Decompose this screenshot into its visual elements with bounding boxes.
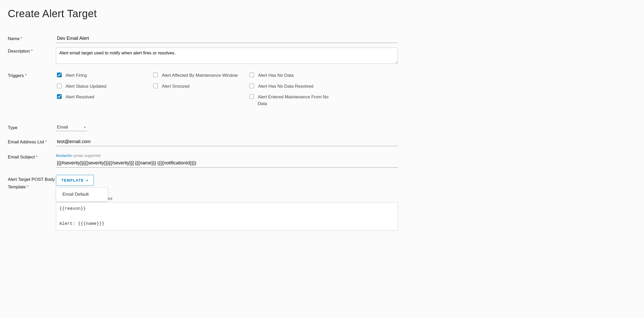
- template-button-label: Template: [61, 178, 84, 182]
- row-email-list: Email Address List*: [8, 138, 398, 146]
- triggers-col-1: Alert Firing Alert Status Updated Alert …: [56, 72, 142, 111]
- label-name-text: Name: [8, 36, 20, 41]
- trigger-label: Alert Status Updated: [66, 83, 106, 90]
- email-subject-input[interactable]: [56, 160, 398, 168]
- body-template-code[interactable]: {{reason}} Alert: {{{name}}}: [56, 202, 398, 231]
- label-triggers-text: Triggers: [8, 73, 24, 78]
- label-body-template: Alert Target POST Body Template*: [8, 175, 56, 191]
- trigger-label: Alert Resolved: [66, 94, 94, 100]
- trigger-alert-status-updated[interactable]: Alert Status Updated: [56, 83, 142, 90]
- type-select[interactable]: Email ▾: [56, 124, 87, 131]
- template-dropdown: Email Default: [56, 187, 108, 201]
- checkbox-alert-affected-maintenance[interactable]: [153, 73, 158, 77]
- triggers-columns: Alert Firing Alert Status Updated Alert …: [56, 72, 398, 111]
- label-type: Type: [8, 124, 56, 130]
- required-asterisk: *: [36, 155, 38, 160]
- checkbox-alert-resolved[interactable]: [57, 94, 62, 99]
- name-input[interactable]: [56, 35, 398, 43]
- email-list-input[interactable]: [56, 138, 398, 146]
- label-type-text: Type: [8, 125, 17, 130]
- checkbox-alert-entered-maintenance[interactable]: [249, 94, 254, 99]
- trigger-alert-snoozed[interactable]: Alert Snoozed: [152, 83, 238, 90]
- required-asterisk: *: [25, 73, 27, 78]
- label-email-list-text: Email Address List: [8, 139, 44, 144]
- trigger-alert-no-data[interactable]: Alert Has No Data: [248, 72, 334, 79]
- triggers-col-3: Alert Has No Data Alert Has No Data Reso…: [248, 72, 334, 111]
- row-body-template: Alert Target POST Body Template* Templat…: [8, 175, 398, 231]
- required-asterisk: *: [45, 139, 47, 144]
- required-asterisk: *: [21, 36, 22, 41]
- label-email-subject: Email Subject*: [8, 154, 56, 160]
- trigger-alert-no-data-resolved[interactable]: Alert Has No Data Resolved: [248, 83, 334, 90]
- row-description: Description* Alert email target used to …: [8, 48, 398, 65]
- trigger-label: Alert Snoozed: [162, 83, 190, 90]
- trigger-alert-resolved[interactable]: Alert Resolved: [56, 94, 142, 100]
- checkbox-alert-no-data-resolved[interactable]: [249, 84, 254, 88]
- chevron-down-icon: ▾: [86, 179, 88, 182]
- required-asterisk: *: [31, 49, 33, 54]
- checkbox-alert-no-data[interactable]: [249, 73, 254, 77]
- triggers-col-2: Alert Affected By Maintenance Window Ale…: [152, 72, 238, 111]
- label-body-template-text: Alert Target POST Body Template: [8, 177, 55, 189]
- type-value: Email: [57, 125, 68, 130]
- row-triggers: Triggers* Alert Firing Alert Status Upda…: [8, 72, 398, 111]
- mustache-hint: Mustache syntax supported: [56, 154, 398, 158]
- label-email-list: Email Address List*: [8, 138, 56, 145]
- trigger-alert-entered-maintenance[interactable]: Alert Entered Maintenance From No Data: [248, 94, 334, 107]
- row-type: Type Email ▾: [8, 124, 398, 131]
- checkbox-alert-status-updated[interactable]: [57, 84, 62, 88]
- trigger-label: Alert Entered Maintenance From No Data: [258, 94, 334, 107]
- chevron-down-icon: ▾: [84, 125, 86, 129]
- label-name: Name*: [8, 35, 56, 41]
- row-name: Name*: [8, 35, 398, 43]
- trigger-label: Alert Affected By Maintenance Window: [162, 72, 238, 79]
- trigger-label: Alert Has No Data: [258, 72, 294, 79]
- description-textarea[interactable]: Alert email target used to notify when a…: [56, 48, 398, 64]
- page-title: Create Alert Target: [8, 8, 398, 20]
- checkbox-alert-firing[interactable]: [57, 73, 62, 77]
- trigger-alert-affected-maintenance[interactable]: Alert Affected By Maintenance Window: [152, 72, 238, 79]
- trigger-label: Alert Has No Data Resolved: [258, 83, 313, 90]
- label-description-text: Description: [8, 49, 30, 54]
- template-option-email-default[interactable]: Email Default: [56, 189, 108, 200]
- template-button[interactable]: Template ▾: [56, 175, 94, 186]
- body-hint-visible-text: ed: [108, 196, 112, 201]
- label-email-subject-text: Email Subject: [8, 155, 35, 160]
- mustache-link[interactable]: Mustache: [56, 154, 72, 158]
- mustache-hint-text: syntax supported: [72, 154, 101, 158]
- required-asterisk: *: [27, 184, 29, 189]
- row-email-subject: Email Subject* Mustache syntax supported: [8, 154, 398, 168]
- checkbox-alert-snoozed[interactable]: [153, 84, 158, 88]
- trigger-label: Alert Firing: [66, 72, 87, 79]
- label-description: Description*: [8, 48, 56, 54]
- label-triggers: Triggers*: [8, 72, 56, 78]
- trigger-alert-firing[interactable]: Alert Firing: [56, 72, 142, 79]
